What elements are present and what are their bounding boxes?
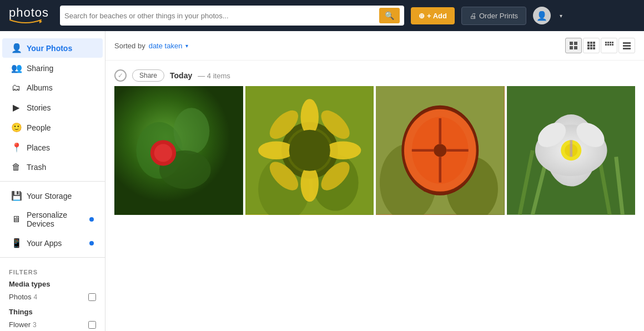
svg-rect-2 <box>574 42 577 45</box>
sidebar-label-your-photos: Your Photos <box>27 44 72 53</box>
svg-rect-1 <box>570 42 573 45</box>
svg-point-51 <box>434 144 446 157</box>
avatar: 👤 <box>533 7 551 24</box>
list-view-icon <box>622 41 631 50</box>
sidebar-label-places: Places <box>27 143 50 152</box>
filter-photos-checkbox[interactable] <box>88 293 96 301</box>
svg-rect-14 <box>605 42 607 43</box>
apps-icon: 📱 <box>11 238 21 248</box>
add-icon: ⊕ <box>419 12 425 20</box>
svg-rect-10 <box>593 44 595 47</box>
notification-dot-devices <box>89 217 94 222</box>
section-header: ✓ Share Today — 4 items <box>114 65 635 86</box>
svg-point-37 <box>300 166 318 202</box>
photo-3-svg <box>376 86 505 215</box>
svg-rect-18 <box>605 44 607 46</box>
svg-rect-4 <box>574 46 577 49</box>
search-button[interactable]: 🔍 <box>379 8 400 23</box>
view-list-button[interactable] <box>618 38 635 53</box>
photo-1[interactable] <box>114 86 243 215</box>
view-controls <box>565 38 635 53</box>
stories-icon: ▶ <box>11 102 21 113</box>
storage-icon: 💾 <box>11 190 21 201</box>
view-medium-grid-button[interactable] <box>583 38 600 53</box>
sidebar-item-your-apps[interactable]: 📱 Your Apps <box>2 233 103 253</box>
person-photo-icon: 👤 <box>11 43 21 53</box>
account-button[interactable]: 👤 ▾ <box>533 7 562 24</box>
logo-text: photos <box>9 7 49 19</box>
share-label: Share <box>139 72 157 79</box>
section-date: Today <box>170 71 192 80</box>
svg-rect-22 <box>623 42 631 44</box>
sort-control: Sorted by date taken ▾ <box>114 42 188 50</box>
sidebar-item-your-photos[interactable]: 👤 Your Photos <box>2 38 103 58</box>
albums-icon: 🗂 <box>11 83 21 93</box>
add-button[interactable]: ⊕ + Add <box>411 7 455 24</box>
photo-3[interactable] <box>376 86 505 215</box>
photo-2[interactable] <box>245 86 374 215</box>
app-body: 👤 Your Photos 👥 Sharing 🗂 Albums ▶ Stori… <box>0 31 644 331</box>
svg-rect-6 <box>590 42 592 44</box>
svg-point-39 <box>325 142 361 159</box>
section-count: — 4 items <box>198 72 230 80</box>
filter-flower-checkbox[interactable] <box>88 321 96 329</box>
sort-chevron-icon: ▾ <box>185 43 188 49</box>
search-input[interactable] <box>64 12 379 20</box>
sidebar-item-your-storage[interactable]: 💾 Your Storage <box>2 186 103 205</box>
filter-flower: Flower 3 <box>9 318 96 331</box>
devices-icon: 🖥 <box>11 214 21 224</box>
logo: photos <box>9 7 53 24</box>
filter-photos: Photos 4 <box>9 290 96 303</box>
photo-4-svg <box>507 86 636 215</box>
medium-grid-icon <box>587 41 596 50</box>
sidebar-label-sharing: Sharing <box>27 64 53 73</box>
photo-4[interactable] <box>507 86 636 215</box>
sort-value[interactable]: date taken <box>149 42 183 50</box>
svg-rect-17 <box>612 42 613 43</box>
sidebar-item-stories[interactable]: ▶ Stories <box>2 98 103 117</box>
share-chip-button[interactable]: Share <box>132 69 164 82</box>
sidebar-label-albums: Albums <box>27 83 53 92</box>
people-icon: 🙂 <box>11 122 21 133</box>
svg-rect-12 <box>590 47 592 49</box>
chevron-down-icon: ▾ <box>560 13 562 19</box>
media-types-label: Media types <box>9 280 96 288</box>
things-label: Things <box>9 308 96 316</box>
search-icon: 🔍 <box>385 11 394 20</box>
person-icon: 👤 <box>536 11 547 21</box>
svg-rect-8 <box>587 44 590 47</box>
sidebar-item-personalize-devices[interactable]: 🖥 Personalize Devices <box>2 206 103 233</box>
sidebar-item-people[interactable]: 🙂 People <box>2 118 103 137</box>
view-large-grid-button[interactable] <box>565 38 582 53</box>
filter-photos-count: 4 <box>33 293 37 301</box>
filter-flower-label: Flower <box>9 320 31 329</box>
search-bar: 🔍 <box>60 6 404 26</box>
filter-flower-count: 3 <box>33 321 37 329</box>
large-grid-icon <box>569 41 578 50</box>
logo-smile-icon <box>9 19 42 24</box>
photos-grid <box>114 86 635 215</box>
sidebar-item-sharing[interactable]: 👥 Sharing <box>2 58 103 78</box>
sidebar-item-trash[interactable]: 🗑 Trash <box>2 158 103 177</box>
photo-1-svg <box>114 86 243 215</box>
photos-section: ✓ Share Today — 4 items <box>105 61 644 224</box>
svg-rect-7 <box>593 42 595 44</box>
sidebar-item-places[interactable]: 📍 Places <box>2 138 103 157</box>
svg-rect-13 <box>593 47 595 49</box>
sidebar-label-people: People <box>27 123 51 132</box>
view-small-grid-button[interactable] <box>601 38 617 53</box>
sharing-icon: 👥 <box>11 63 21 73</box>
sidebar-label-personalize-devices: Personalize Devices <box>27 210 84 228</box>
order-prints-button[interactable]: 🖨 Order Prints <box>461 7 526 25</box>
toolbar: Sorted by date taken ▾ <box>105 31 644 61</box>
places-icon: 📍 <box>11 142 21 153</box>
svg-rect-21 <box>612 44 613 46</box>
header: photos 🔍 ⊕ + Add 🖨 Order Prints 👤 ▾ <box>0 0 644 31</box>
sidebar-item-albums[interactable]: 🗂 Albums <box>2 78 103 97</box>
sidebar: 👤 Your Photos 👥 Sharing 🗂 Albums ▶ Stori… <box>0 31 105 331</box>
svg-rect-24 <box>623 48 631 49</box>
svg-point-36 <box>300 99 318 135</box>
select-all-button[interactable]: ✓ <box>114 69 127 82</box>
svg-rect-16 <box>610 42 611 43</box>
sidebar-label-your-apps: Your Apps <box>27 239 62 248</box>
